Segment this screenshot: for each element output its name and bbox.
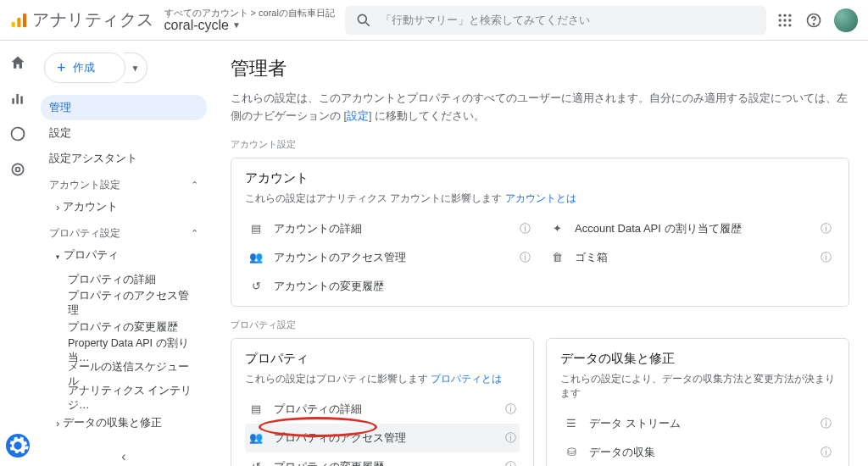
- row-account-dataapi[interactable]: ✦Account Data API の割り当て履歴ⓘ: [546, 214, 835, 243]
- create-button[interactable]: + 作成: [44, 53, 125, 83]
- page-title: 管理者: [231, 56, 849, 81]
- apps-icon[interactable]: [776, 12, 793, 29]
- chevron-up-icon: ⌃: [191, 180, 198, 191]
- row-data-streams[interactable]: ☰データ ストリームⓘ: [560, 409, 835, 438]
- search-icon: [355, 12, 372, 29]
- row-account-history[interactable]: ↺アカウントの変更履歴: [245, 272, 534, 301]
- help-icon[interactable]: ⓘ: [520, 221, 531, 236]
- svg-point-5: [779, 14, 782, 16]
- settings-link[interactable]: 設定: [347, 110, 369, 122]
- logo[interactable]: アナリティクス: [10, 8, 154, 31]
- property-help-link[interactable]: プロパティとは: [431, 373, 502, 385]
- collapse-sidebar-icon[interactable]: ‹: [121, 449, 125, 464]
- sidebar-item-property[interactable]: プロパティ: [41, 242, 207, 268]
- trash-icon: 🗑: [549, 251, 565, 264]
- svg-rect-2: [23, 13, 26, 27]
- sidebar-item-property-dataapi[interactable]: Property Data API の割り当…: [59, 339, 207, 363]
- details-icon: ▤: [248, 222, 264, 235]
- api-icon: ✦: [549, 222, 565, 235]
- help-icon[interactable]: ⓘ: [821, 250, 832, 265]
- app-header: アナリティクス すべてのアカウント > coralの自転車日記 coral-cy…: [0, 0, 868, 41]
- row-account-access[interactable]: 👥アカウントのアクセス管理ⓘ: [245, 243, 534, 272]
- details-icon: ▤: [248, 402, 264, 415]
- svg-point-20: [12, 164, 23, 175]
- help-icon[interactable]: ⓘ: [821, 221, 832, 236]
- svg-point-7: [788, 14, 791, 16]
- svg-rect-17: [16, 94, 19, 104]
- svg-rect-0: [12, 21, 15, 27]
- svg-line-4: [365, 22, 369, 25]
- chevron-right-icon: [56, 417, 63, 430]
- property-name: coral-cycle: [164, 18, 229, 33]
- card-subtitle: これらの設定はプロパティに影響します プロパティとは: [245, 372, 520, 386]
- page-description: これらの設定は、このアカウントとプロパティのすべてのユーザーに適用されます。自分…: [231, 90, 849, 126]
- sidebar-item-assistant[interactable]: 設定アシスタント: [41, 146, 207, 171]
- sidebar-item-intelligence[interactable]: アナリティクス インテリジ…: [59, 386, 207, 410]
- svg-point-6: [783, 14, 786, 16]
- sidebar-item-admin[interactable]: 管理: [41, 95, 207, 120]
- card-account: アカウント これらの設定はアナリティクス アカウントに影響します アカウントとは…: [231, 158, 849, 307]
- help-icon[interactable]: ⓘ: [505, 459, 516, 467]
- row-property-details[interactable]: ▤プロパティの詳細ⓘ: [245, 395, 520, 424]
- svg-rect-18: [20, 97, 23, 104]
- row-property-access[interactable]: 👥プロパティのアクセス管理ⓘ: [245, 424, 520, 452]
- chevron-right-icon: [56, 201, 63, 214]
- svg-point-13: [788, 24, 791, 26]
- sidebar-item-property-details[interactable]: プロパティの詳細: [59, 268, 207, 291]
- chevron-down-icon: [56, 249, 64, 262]
- advertising-icon[interactable]: [9, 161, 26, 178]
- admin-gear-icon[interactable]: [6, 434, 30, 458]
- account-help-link[interactable]: アカウントとは: [505, 192, 576, 204]
- sidebar-item-email-schedule[interactable]: メールの送信スケジュール: [59, 363, 207, 386]
- sidebar-item-property-access[interactable]: プロパティのアクセス管理: [59, 291, 207, 315]
- avatar[interactable]: [834, 8, 858, 32]
- history-icon: ↺: [248, 280, 264, 292]
- svg-point-11: [779, 24, 782, 26]
- row-trash[interactable]: 🗑ゴミ箱ⓘ: [546, 243, 835, 272]
- logo-text: アナリティクス: [32, 8, 154, 31]
- help-icon[interactable]: ⓘ: [505, 402, 516, 417]
- help-icon[interactable]: ⓘ: [505, 430, 516, 446]
- people-icon: 👥: [248, 431, 264, 444]
- help-icon[interactable]: ⓘ: [520, 250, 531, 265]
- help-icon[interactable]: [805, 12, 822, 29]
- breadcrumb-account: coralの自転車日記: [259, 8, 335, 18]
- sidebar-item-settings[interactable]: 設定: [41, 120, 207, 146]
- svg-point-10: [788, 19, 791, 21]
- help-icon[interactable]: ⓘ: [821, 416, 832, 431]
- row-property-history[interactable]: ↺プロパティの変更履歴ⓘ: [245, 452, 520, 467]
- property-selector[interactable]: すべてのアカウント > coralの自転車日記 coral-cycle ▼: [164, 8, 335, 33]
- card-subtitle: これらの設定はアナリティクス アカウントに影響します アカウントとは: [245, 191, 835, 206]
- sidebar-section-account[interactable]: アカウント設定 ⌃: [41, 171, 207, 194]
- create-dropdown[interactable]: ▼: [124, 53, 147, 83]
- row-account-details[interactable]: ▤アカウントの詳細ⓘ: [245, 214, 534, 243]
- sidebar-item-property-history[interactable]: プロパティの変更履歴: [59, 315, 207, 339]
- history-icon: ↺: [248, 460, 264, 466]
- row-data-collection[interactable]: ⛁データの収集ⓘ: [560, 438, 835, 467]
- help-icon[interactable]: ⓘ: [821, 445, 832, 460]
- nav-rail: [0, 41, 36, 466]
- main-content: 管理者 これらの設定は、このアカウントとプロパティのすべてのユーザーに適用されま…: [212, 41, 868, 466]
- stream-icon: ☰: [564, 417, 579, 430]
- home-icon[interactable]: [9, 54, 26, 71]
- card-title: アカウント: [245, 170, 835, 186]
- sidebar-item-data-collect[interactable]: データの収集と修正: [41, 410, 207, 435]
- card-title: データの収集と修正: [560, 351, 835, 367]
- search-input[interactable]: 「行動サマリー」と検索してみてください: [345, 6, 766, 35]
- breadcrumb: すべてのアカウント > coralの自転車日記: [164, 8, 335, 18]
- reports-icon[interactable]: [9, 90, 26, 107]
- create-label: 作成: [73, 60, 95, 75]
- breadcrumb-root: すべてのアカウント: [164, 8, 248, 18]
- svg-point-12: [783, 24, 786, 26]
- search-placeholder: 「行動サマリー」と検索してみてください: [381, 13, 590, 28]
- chevron-up-icon: ⌃: [191, 228, 198, 239]
- sidebar-item-account[interactable]: アカウント: [41, 194, 207, 219]
- sidebar-section-property[interactable]: プロパティ設定 ⌃: [41, 219, 207, 242]
- svg-point-21: [16, 168, 20, 172]
- svg-point-3: [358, 14, 366, 23]
- svg-point-8: [779, 19, 782, 21]
- svg-point-15: [813, 23, 814, 24]
- database-icon: ⛁: [564, 446, 579, 458]
- section-label-account: アカウント設定: [231, 138, 849, 151]
- explore-icon[interactable]: [9, 125, 26, 142]
